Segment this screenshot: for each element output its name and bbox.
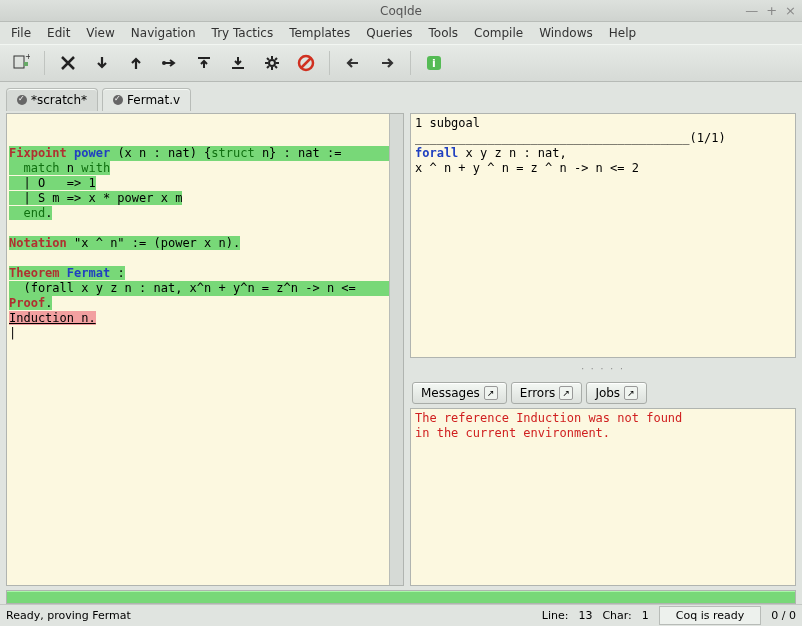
right-pane: 1 subgoal_______________________________… [410,113,796,586]
svg-rect-0 [14,56,24,68]
toolbar: + i [0,44,802,82]
menu-windows[interactable]: Windows [532,24,600,42]
detach-icon[interactable]: ↗ [559,386,573,400]
svg-point-6 [269,60,275,66]
menu-queries[interactable]: Queries [359,24,419,42]
toolbar-separator [44,51,45,75]
status-line: 13 [578,609,592,622]
gear-icon[interactable] [259,49,285,77]
messages-pane[interactable]: The reference Induction was not found in… [410,408,796,586]
editor[interactable]: Fixpoint power (x n : nat) {struct n} : … [7,114,403,585]
tab-status-icon [17,95,27,105]
tab-status-icon [113,95,123,105]
goal-pane[interactable]: 1 subgoal_______________________________… [410,113,796,358]
svg-rect-4 [198,57,210,59]
svg-text:+: + [25,54,30,61]
svg-line-16 [301,58,311,68]
tab-errors[interactable]: Errors↗ [511,382,583,404]
save-icon[interactable]: + [8,49,34,77]
status-char: 1 [642,609,649,622]
tab-scratch[interactable]: *scratch* [6,88,98,111]
window-title: CoqIde [380,4,422,18]
tab-label: *scratch* [31,93,87,107]
svg-line-13 [275,58,277,60]
svg-line-11 [267,58,269,60]
status-char-label: Char: [602,609,631,622]
status-right: 0 / 0 [771,609,796,622]
goto-icon[interactable] [157,49,183,77]
svg-rect-5 [232,67,244,69]
status-line-label: Line: [542,609,569,622]
menu-templates[interactable]: Templates [282,24,357,42]
toolbar-separator [329,51,330,75]
menubar: File Edit View Navigation Try Tactics Te… [0,22,802,44]
menu-navigation[interactable]: Navigation [124,24,203,42]
status-coq: Coq is ready [659,606,761,625]
close-button[interactable]: × [785,3,796,18]
window-buttons: — + × [745,0,796,21]
scrollbar[interactable] [389,114,403,585]
tab-label: Fermat.v [127,93,180,107]
file-tabs: *scratch* Fermat.v [0,82,802,111]
svg-line-14 [267,66,269,68]
titlebar: CoqIde — + × [0,0,802,22]
editor-pane: Fixpoint power (x n : nat) {struct n} : … [6,113,404,586]
up-arrow-icon[interactable] [123,49,149,77]
menu-compile[interactable]: Compile [467,24,530,42]
main-area: Fixpoint power (x n : nat) {struct n} : … [0,111,802,590]
to-bottom-icon[interactable] [225,49,251,77]
svg-rect-1 [24,62,28,66]
stop-icon[interactable] [293,49,319,77]
info-icon[interactable]: i [421,49,447,77]
menu-edit[interactable]: Edit [40,24,77,42]
tab-jobs[interactable]: Jobs↗ [586,382,647,404]
down-arrow-icon[interactable] [89,49,115,77]
statusbar: Ready, proving Fermat Line: 13 Char: 1 C… [0,604,802,626]
tab-fermat[interactable]: Fermat.v [102,88,191,111]
tab-messages[interactable]: Messages↗ [412,382,507,404]
to-top-icon[interactable] [191,49,217,77]
close-icon[interactable] [55,49,81,77]
detach-icon[interactable]: ↗ [484,386,498,400]
next-icon[interactable] [374,49,400,77]
error-message: The reference Induction was not found in… [415,411,682,440]
status-left: Ready, proving Fermat [6,609,131,622]
svg-point-3 [162,61,166,65]
prev-icon[interactable] [340,49,366,77]
svg-text:i: i [432,57,436,70]
menu-help[interactable]: Help [602,24,643,42]
splitter[interactable]: · · · · · [410,362,796,376]
menu-file[interactable]: File [4,24,38,42]
progress-bar [6,590,796,604]
menu-try-tactics[interactable]: Try Tactics [205,24,281,42]
minimize-button[interactable]: — [745,3,758,18]
bottom-tabs: Messages↗ Errors↗ Jobs↗ [410,380,796,404]
detach-icon[interactable]: ↗ [624,386,638,400]
maximize-button[interactable]: + [766,3,777,18]
menu-view[interactable]: View [79,24,121,42]
toolbar-separator [410,51,411,75]
menu-tools[interactable]: Tools [422,24,466,42]
svg-line-12 [275,66,277,68]
